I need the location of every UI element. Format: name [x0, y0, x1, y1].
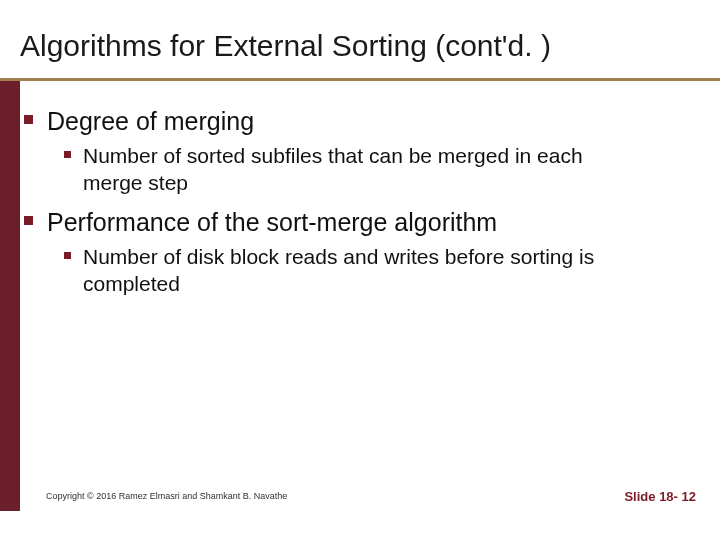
copyright-text: Copyright © 2016 Ramez Elmasri and Shamk… [46, 491, 287, 501]
square-bullet-icon [24, 115, 33, 124]
bullet-level2: Number of disk block reads and writes be… [64, 243, 710, 298]
slide: Algorithms for External Sorting (cont'd.… [0, 0, 720, 540]
slide-number: Slide 18- 12 [624, 489, 696, 504]
footer: Copyright © 2016 Ramez Elmasri and Shamk… [0, 481, 720, 511]
title-area: Algorithms for External Sorting (cont'd.… [0, 0, 720, 78]
square-bullet-icon [64, 151, 71, 158]
bullet-text: Degree of merging [47, 105, 254, 138]
bullet-level1: Performance of the sort-merge algorithm [24, 206, 710, 239]
bullet-text: Number of disk block reads and writes be… [83, 243, 643, 298]
content: Degree of merging Number of sorted subfi… [24, 99, 710, 307]
left-accent-stripe [0, 81, 20, 511]
body-area: Degree of merging Number of sorted subfi… [0, 81, 720, 511]
square-bullet-icon [24, 216, 33, 225]
bullet-level2: Number of sorted subfiles that can be me… [64, 142, 710, 197]
bullet-text: Number of sorted subfiles that can be me… [83, 142, 643, 197]
bullet-text: Performance of the sort-merge algorithm [47, 206, 497, 239]
bullet-level1: Degree of merging [24, 105, 710, 138]
square-bullet-icon [64, 252, 71, 259]
slide-title: Algorithms for External Sorting (cont'd.… [20, 28, 700, 64]
